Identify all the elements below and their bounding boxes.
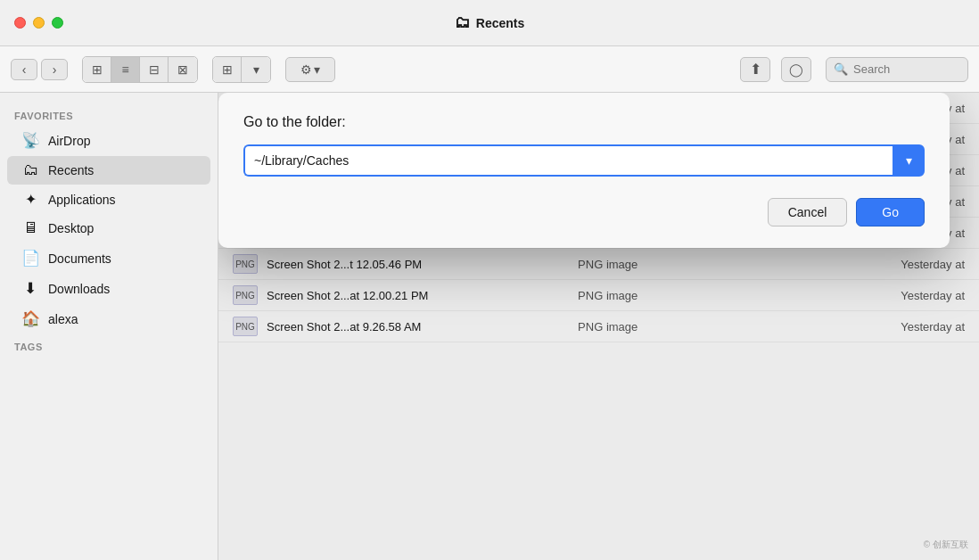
downloads-icon: ⬇ — [21, 279, 39, 298]
toolbar: ‹ › ⊞ ≡ ⊟ ⊠ ⊞ ▾ ⚙ ▾ ⬆ ◯ — [0, 46, 979, 93]
sidebar-tags-label: Tags — [0, 334, 218, 356]
dialog-title: Go to the folder: — [243, 114, 925, 130]
forward-icon: › — [53, 62, 57, 77]
share-icon: ⬆ — [750, 61, 761, 78]
tag-icon: ◯ — [789, 62, 803, 77]
sidebar-item-alexa-label: alexa — [48, 312, 78, 326]
view-group-button[interactable]: ⊞ — [213, 57, 242, 82]
sidebar-item-applications[interactable]: ✦ Applications — [7, 185, 210, 213]
back-icon: ‹ — [22, 62, 27, 77]
view-mode-buttons: ⊞ ≡ ⊟ ⊠ — [82, 56, 198, 83]
view-col-icon: ⊟ — [149, 62, 160, 77]
file-thumbnail: PNG — [233, 317, 258, 336]
file-name: Screen Shot 2...at 12.00.21 PM — [267, 289, 569, 302]
main-area: Favorites 📡 AirDrop 🗂 Recents ✦ Applicat… — [0, 93, 979, 560]
view-gallery-icon: ⊠ — [177, 62, 188, 77]
dialog-buttons: Cancel Go — [243, 198, 925, 226]
action-arrow-icon: ▾ — [314, 62, 320, 77]
dialog-input-row: ▾ — [243, 144, 925, 177]
documents-icon: 📄 — [21, 249, 39, 268]
sidebar-item-recents[interactable]: 🗂 Recents — [7, 156, 210, 185]
share-button[interactable]: ⬆ — [740, 57, 770, 82]
cancel-button[interactable]: Cancel — [768, 198, 848, 226]
sidebar-item-airdrop-label: AirDrop — [48, 134, 90, 148]
search-bar[interactable]: 🔍 — [826, 57, 968, 82]
title-bar: 🗂 Recents — [0, 0, 979, 46]
file-name: Screen Shot 2...at 9.26.58 AM — [267, 320, 569, 334]
maximize-button[interactable] — [52, 17, 63, 29]
file-name: Screen Shot 2...t 12.05.46 PM — [267, 258, 569, 271]
view-icon-button[interactable]: ⊞ — [83, 57, 111, 82]
view-group-button-group: ⊞ ▾ — [212, 56, 271, 83]
view-list-button[interactable]: ≡ — [111, 57, 140, 82]
desktop-icon: 🖥 — [21, 219, 39, 237]
view-columns-button[interactable]: ⊟ — [140, 57, 169, 82]
sidebar-item-documents-label: Documents — [48, 251, 111, 266]
view-gallery-button[interactable]: ⊠ — [169, 57, 197, 82]
sidebar-item-alexa[interactable]: 🏠 alexa — [7, 304, 210, 334]
watermark: © 创新互联 — [920, 537, 972, 553]
view-group-arrow-button[interactable]: ▾ — [242, 57, 270, 82]
traffic-lights — [14, 17, 63, 29]
sidebar-item-desktop[interactable]: 🖥 Desktop — [7, 214, 210, 243]
sidebar-favorites-label: Favorites — [0, 103, 218, 125]
applications-icon: ✦ — [21, 191, 39, 208]
sidebar: Favorites 📡 AirDrop 🗂 Recents ✦ Applicat… — [0, 93, 218, 560]
go-button[interactable]: Go — [856, 198, 925, 226]
file-area: PNG Screen Shot 2...t 12.58.35 PM PNG im… — [218, 93, 979, 560]
view-group-icon: ⊞ — [222, 62, 233, 77]
file-date: Yesterday at — [738, 320, 965, 334]
table-row: PNG Screen Shot 2...t 12.05.46 PM PNG im… — [218, 249, 979, 280]
sidebar-item-recents-label: Recents — [48, 163, 94, 177]
action-button[interactable]: ⚙ ▾ — [285, 57, 335, 82]
action-gear-icon: ⚙ — [300, 62, 312, 77]
close-button[interactable] — [14, 17, 26, 29]
sidebar-item-downloads-label: Downloads — [48, 282, 110, 296]
airdrop-icon: 📡 — [21, 131, 39, 150]
folder-path-input[interactable] — [243, 144, 893, 177]
sidebar-item-documents[interactable]: 📄 Documents — [7, 243, 210, 273]
view-list-icon: ≡ — [121, 62, 128, 77]
file-kind: PNG image — [578, 289, 729, 302]
sidebar-item-applications-label: Applications — [48, 193, 116, 207]
folder-dropdown-button[interactable]: ▾ — [893, 144, 925, 177]
minimize-button[interactable] — [33, 17, 45, 29]
file-date: Yesterday at — [738, 258, 965, 271]
recents-icon: 🗂 — [21, 161, 39, 179]
table-row: PNG Screen Shot 2...at 9.26.58 AM PNG im… — [218, 311, 979, 342]
view-group-arrow-icon: ▾ — [253, 62, 259, 77]
sidebar-item-downloads[interactable]: ⬇ Downloads — [7, 274, 210, 303]
forward-button[interactable]: › — [41, 59, 68, 80]
search-input[interactable] — [853, 62, 960, 76]
back-button[interactable]: ‹ — [11, 59, 37, 80]
window-title-text: Recents — [476, 16, 524, 30]
file-thumbnail: PNG — [233, 254, 258, 274]
window-title: 🗂 Recents — [455, 13, 524, 32]
nav-buttons: ‹ › — [11, 59, 68, 80]
sidebar-item-airdrop[interactable]: 📡 AirDrop — [7, 126, 210, 155]
tag-button[interactable]: ◯ — [781, 57, 811, 82]
window-title-icon: 🗂 — [455, 13, 471, 32]
file-kind: PNG image — [578, 258, 729, 271]
search-icon: 🔍 — [834, 62, 848, 76]
view-icon-icon: ⊞ — [92, 62, 103, 77]
sidebar-item-desktop-label: Desktop — [48, 221, 94, 235]
table-row: PNG Screen Shot 2...at 12.00.21 PM PNG i… — [218, 280, 979, 311]
file-thumbnail: PNG — [233, 285, 258, 305]
file-date: Yesterday at — [738, 289, 965, 302]
goto-folder-dialog: Go to the folder: ▾ Cancel Go — [218, 93, 950, 248]
alexa-icon: 🏠 — [21, 309, 39, 328]
file-kind: PNG image — [578, 320, 729, 334]
dropdown-arrow-icon: ▾ — [906, 153, 912, 168]
